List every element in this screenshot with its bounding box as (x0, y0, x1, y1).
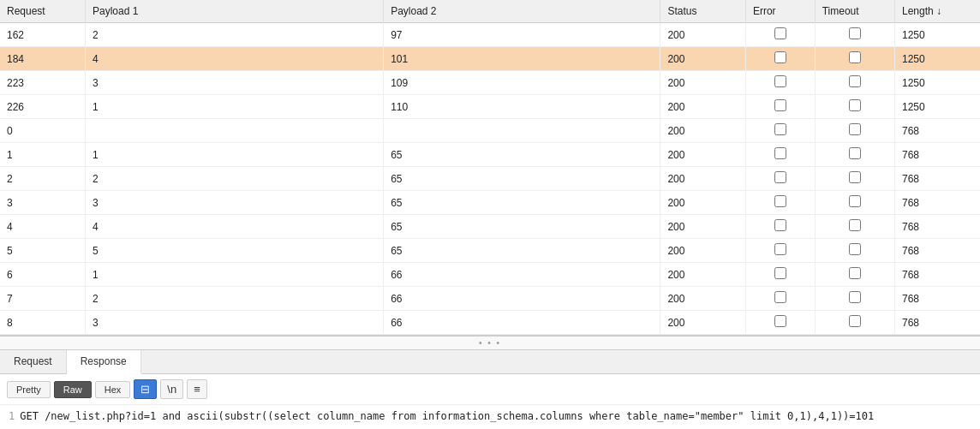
table-row[interactable]: 7266200768 (0, 287, 980, 311)
cell-error[interactable] (745, 143, 815, 167)
table-row[interactable]: 2265200768 (0, 167, 980, 191)
cell-error[interactable] (745, 167, 815, 191)
cell-error[interactable] (745, 119, 815, 143)
cell-payload2: 65 (384, 191, 660, 215)
error-checkbox[interactable] (774, 315, 786, 327)
table-row[interactable]: 22331092001250 (0, 71, 980, 95)
table-row[interactable]: 6166200768 (0, 263, 980, 287)
table-row[interactable]: 3365200768 (0, 191, 980, 215)
table-row[interactable]: 0200768 (0, 119, 980, 143)
tab-response[interactable]: Response (67, 350, 141, 374)
col-header-payload2[interactable]: Payload 2 (384, 0, 660, 23)
raw-button[interactable]: Raw (54, 381, 92, 398)
error-checkbox[interactable] (774, 219, 786, 231)
cell-timeout[interactable] (815, 95, 894, 119)
cell-timeout[interactable] (815, 215, 894, 239)
results-table-container: Request Payload 1 Payload 2 Status Error (0, 0, 980, 336)
cell-timeout[interactable] (815, 143, 894, 167)
cell-error[interactable] (745, 287, 815, 311)
table-row[interactable]: 22611102001250 (0, 95, 980, 119)
cell-payload1: 4 (85, 47, 383, 71)
col-header-status[interactable]: Status (660, 0, 745, 23)
timeout-checkbox[interactable] (849, 51, 861, 63)
cell-error[interactable] (745, 215, 815, 239)
cell-error[interactable] (745, 47, 815, 71)
pretty-button[interactable]: Pretty (7, 381, 51, 398)
col-header-error[interactable]: Error (745, 0, 815, 23)
error-checkbox[interactable] (774, 123, 786, 135)
hex-button[interactable]: Hex (95, 381, 131, 398)
timeout-checkbox[interactable] (849, 315, 861, 327)
table-row[interactable]: 1165200768 (0, 143, 980, 167)
timeout-checkbox[interactable] (849, 291, 861, 303)
error-checkbox[interactable] (774, 171, 786, 183)
cell-timeout[interactable] (815, 239, 894, 263)
error-checkbox[interactable] (774, 27, 786, 39)
cell-request: 162 (0, 23, 85, 47)
cell-error[interactable] (745, 311, 815, 335)
menu-button[interactable]: ≡ (187, 379, 207, 399)
error-checkbox[interactable] (774, 243, 786, 255)
col-header-request[interactable]: Request (0, 0, 85, 23)
timeout-checkbox[interactable] (849, 171, 861, 183)
timeout-checkbox[interactable] (849, 195, 861, 207)
cell-error[interactable] (745, 263, 815, 287)
timeout-checkbox[interactable] (849, 27, 861, 39)
tab-request[interactable]: Request (0, 350, 67, 373)
cell-timeout[interactable] (815, 23, 894, 47)
cell-timeout[interactable] (815, 191, 894, 215)
table-row[interactable]: 18441012001250 (0, 47, 980, 71)
timeout-checkbox[interactable] (849, 219, 861, 231)
table-row[interactable]: 1622972001250 (0, 23, 980, 47)
timeout-checkbox[interactable] (849, 267, 861, 279)
col-header-payload1[interactable]: Payload 1 (85, 0, 383, 23)
cell-timeout[interactable] (815, 263, 894, 287)
newline-icon: \n (167, 383, 176, 396)
col-header-length[interactable]: Length ↓ (894, 0, 980, 23)
table-row[interactable]: 8366200768 (0, 311, 980, 335)
cell-payload1: 4 (85, 215, 383, 239)
table-row[interactable]: 4465200768 (0, 215, 980, 239)
error-checkbox[interactable] (774, 291, 786, 303)
cell-payload1: 1 (85, 263, 383, 287)
timeout-checkbox[interactable] (849, 99, 861, 111)
cell-request: 6 (0, 263, 85, 287)
error-checkbox[interactable] (774, 51, 786, 63)
cell-status: 200 (660, 263, 745, 287)
cell-timeout[interactable] (815, 71, 894, 95)
col-header-timeout[interactable]: Timeout (815, 0, 894, 23)
timeout-checkbox[interactable] (849, 243, 861, 255)
cell-timeout[interactable] (815, 167, 894, 191)
cell-timeout[interactable] (815, 119, 894, 143)
error-checkbox[interactable] (774, 99, 786, 111)
cell-request: 4 (0, 215, 85, 239)
cell-error[interactable] (745, 95, 815, 119)
timeout-checkbox[interactable] (849, 75, 861, 87)
table-row[interactable]: 5565200768 (0, 239, 980, 263)
bottom-panel: Request Response Pretty Raw Hex ⊟ \n (0, 350, 980, 427)
error-checkbox[interactable] (774, 267, 786, 279)
cell-length: 1250 (894, 71, 980, 95)
timeout-checkbox[interactable] (849, 123, 861, 135)
cell-timeout[interactable] (815, 287, 894, 311)
timeout-checkbox[interactable] (849, 147, 861, 159)
cell-error[interactable] (745, 239, 815, 263)
error-checkbox[interactable] (774, 195, 786, 207)
cell-length: 768 (894, 311, 980, 335)
cell-payload2: 66 (384, 263, 660, 287)
cell-error[interactable] (745, 191, 815, 215)
error-checkbox[interactable] (774, 75, 786, 87)
render-button[interactable]: ⊟ (134, 379, 157, 399)
cell-length: 768 (894, 215, 980, 239)
cell-error[interactable] (745, 71, 815, 95)
cell-timeout[interactable] (815, 311, 894, 335)
request-content: 1GET /new_list.php?id=1 and ascii(substr… (0, 405, 980, 427)
cell-error[interactable] (745, 23, 815, 47)
resize-handle[interactable]: • • • (0, 336, 980, 350)
error-checkbox[interactable] (774, 147, 786, 159)
cell-timeout[interactable] (815, 47, 894, 71)
cell-request: 184 (0, 47, 85, 71)
newline-button[interactable]: \n (160, 379, 183, 399)
cell-status: 200 (660, 71, 745, 95)
cell-payload2: 65 (384, 143, 660, 167)
